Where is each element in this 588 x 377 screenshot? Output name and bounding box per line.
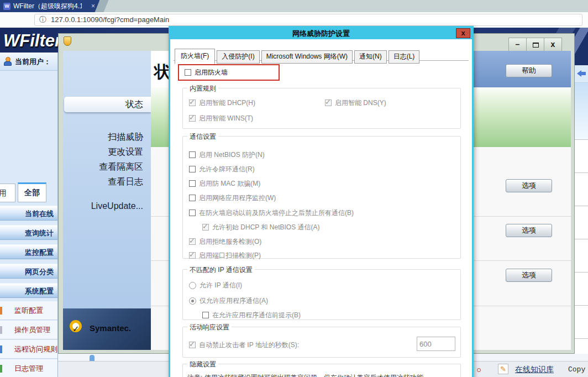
nav-tab-common[interactable]: 用 xyxy=(0,184,15,202)
user-icon xyxy=(3,57,12,66)
hidden-settings-note: 注意: 使用这些隐藏设置时可能出现兼容问题。仅在你确认兼容后才使用这些功能。 xyxy=(187,373,457,377)
tab-firewall[interactable]: 防火墙(F) xyxy=(175,49,215,64)
checkbox-allow-initial-dhcp-netbios[interactable]: 允许初始 DHCP 和 NetBIOS 通信(A) xyxy=(202,223,319,232)
options-button-2[interactable]: 选项 xyxy=(506,224,552,237)
tab-ms-windows-network[interactable]: Microsoft Windows 网络(W) xyxy=(261,50,353,64)
enable-firewall-checkbox[interactable]: 启用防火墙 xyxy=(185,68,228,77)
sidebar-group-monitor-config[interactable]: 监控配置 xyxy=(0,244,57,259)
checkbox-network-app-monitoring[interactable]: 启用网络应用程序监控(W) xyxy=(189,193,276,202)
row-divider xyxy=(575,139,588,140)
screen: W WFilter（超级嗅探狗4.1 × ← ↻ ⓘ127.0.0.1:1009… xyxy=(0,0,588,377)
panel-gradient xyxy=(575,83,588,139)
symantec-check-icon: ✓ xyxy=(70,320,82,332)
url-bar[interactable]: ⓘ127.0.0.1:10090/fcgi?cmd=pageMain xyxy=(34,14,582,26)
checkbox-prompt-before-allow[interactable]: 在允许应用程序通信前提示(B) xyxy=(202,311,301,320)
wfilter-logo: WFilter xyxy=(3,29,58,53)
copyright-text: Copy xyxy=(568,365,585,374)
sep-sidebar: 状态 扫描威胁 更改设置 查看隔离区 查看日志 LiveUpdate... xyxy=(63,51,151,350)
checkbox-smart-wins[interactable]: 启用智能 WINS(T) xyxy=(189,114,253,123)
sidebar-item-remote-access-rules[interactable]: 远程访问规则 xyxy=(0,340,57,359)
checkbox-port-scan-detection[interactable]: 启用端口扫描检测(P) xyxy=(189,251,261,260)
kb-link[interactable]: 在线知识库 xyxy=(515,365,554,375)
pencil-icon: ✎ xyxy=(498,364,508,374)
sidebar-item-log-mgmt[interactable]: 日志管理 xyxy=(0,359,57,377)
dialog-title: 网络威胁防护设置 xyxy=(170,28,472,39)
checkbox-token-ring[interactable]: 允许令牌环通信(R) xyxy=(189,165,255,174)
row-divider xyxy=(575,206,588,206)
tab-title: WFilter（超级嗅探狗4.1 xyxy=(13,0,82,12)
sidebar-item-listen-config[interactable]: 监听配置 xyxy=(0,301,57,320)
tab-notifications[interactable]: 通知(N) xyxy=(354,50,387,64)
checkbox-icon[interactable] xyxy=(185,69,191,76)
row-divider xyxy=(575,305,588,306)
options-button-1[interactable]: 选项 xyxy=(506,179,552,192)
tab-close-icon[interactable]: × xyxy=(91,0,95,12)
sidebar-group-query-stats[interactable]: 查询统计 xyxy=(0,225,57,240)
window-controls: – x xyxy=(509,38,562,51)
sidebar-group-system-config[interactable]: 系统配置 xyxy=(0,283,57,298)
row-divider xyxy=(575,272,588,273)
sidebar-group-online[interactable]: 当前在线 xyxy=(0,206,57,221)
back-arrow-icon[interactable] xyxy=(577,70,586,77)
sep-menu-item-view-logs[interactable]: 查看日志 xyxy=(63,176,143,188)
sidebar-item-operator-mgmt[interactable]: 操作员管理 xyxy=(0,321,57,339)
seconds-input[interactable] xyxy=(417,337,455,351)
tab-favicon: W xyxy=(3,3,11,10)
row-divider xyxy=(575,338,588,339)
dialog-tabs: 防火墙(F) 入侵防护(I) Microsoft Windows 网络(W) 通… xyxy=(175,48,421,64)
row-divider xyxy=(575,239,588,239)
radio-allow-app-traffic-only[interactable]: 仅允许应用程序通信(A) xyxy=(189,296,268,305)
nav-tab-all[interactable]: 全部 xyxy=(18,182,46,202)
sep-menu-item-quarantine[interactable]: 查看隔离区 xyxy=(63,161,143,173)
checkbox-anti-mac-spoofing[interactable]: 启用防 MAC 欺骗(M) xyxy=(189,179,260,188)
group-hidden-settings: 隐藏设置 注意: 使用这些隐藏设置时可能出现兼容问题。仅在你确认兼容后才使用这些… xyxy=(182,364,461,377)
sidebar-group-web-category[interactable]: 网页分类 xyxy=(0,264,57,279)
close-button[interactable]: x xyxy=(544,38,562,51)
sep-menu-item-scan[interactable]: 扫描威胁 xyxy=(63,131,143,143)
collapse-row[interactable] xyxy=(575,65,588,83)
browser-tab[interactable]: W WFilter（超级嗅探狗4.1 × xyxy=(0,0,99,12)
checkbox-netbios-protection[interactable]: 启用 NetBIOS 防护(N) xyxy=(189,150,265,159)
minimize-button[interactable]: – xyxy=(508,38,527,51)
symantec-brand: Symantec. xyxy=(90,323,131,333)
symantec-logo: ✓ Symantec. xyxy=(63,308,151,350)
info-icon[interactable]: ⓘ xyxy=(39,15,46,24)
checkbox-block-all-traffic[interactable]: 在防火墙启动以前及防火墙停止之后禁止所有通信(B) xyxy=(189,208,354,217)
shield-icon xyxy=(64,36,71,46)
url-text: 127.0.0.1:10090/fcgi?cmd=pageMain xyxy=(51,15,169,24)
browser-tab-strip: W WFilter（超级嗅探狗4.1 × xyxy=(0,0,588,12)
maximize-button[interactable] xyxy=(526,38,544,51)
tab-logs[interactable]: 日志(L) xyxy=(389,50,420,64)
checkbox-auto-block-attacker[interactable]: 自动禁止攻击者 IP 地址的秒数(S): xyxy=(189,341,299,349)
dialog-close-button[interactable]: x xyxy=(456,28,470,38)
current-user-row: 当前用户： xyxy=(0,53,57,71)
row-divider xyxy=(575,172,588,173)
sep-menu-item-status[interactable]: 状态 xyxy=(64,97,151,112)
threat-protection-dialog: 网络威胁防护设置 x 防火墙(F) 入侵防护(I) Microsoft Wind… xyxy=(169,26,474,377)
wfilter-sidebar: 当前用户： 用 全部 当前在线 查询统计 监控配置 网页分类 系统配置 监听配置… xyxy=(0,53,58,377)
current-user-label: 当前用户： xyxy=(15,57,51,67)
sep-menu-item-change-settings[interactable]: 更改设置 xyxy=(63,146,143,158)
help-button[interactable]: 帮助 xyxy=(506,64,552,77)
checkbox-smart-dns[interactable]: 启用智能 DNS(Y) xyxy=(325,98,386,107)
options-button-3[interactable]: 选项 xyxy=(506,269,552,282)
record-dot-icon xyxy=(477,368,481,372)
page-right-column xyxy=(575,65,588,377)
radio-allow-ip-traffic[interactable]: 允许 IP 通信(I) xyxy=(189,281,242,290)
tab-intrusion-prevention[interactable]: 入侵防护(I) xyxy=(217,50,259,64)
checkbox-dos-detection[interactable]: 启用拒绝服务检测(O) xyxy=(189,237,261,246)
checkbox-smart-dhcp[interactable]: 启用智能 DHCP(H) xyxy=(189,98,255,107)
sep-menu-item-liveupdate[interactable]: LiveUpdate... xyxy=(63,200,143,212)
